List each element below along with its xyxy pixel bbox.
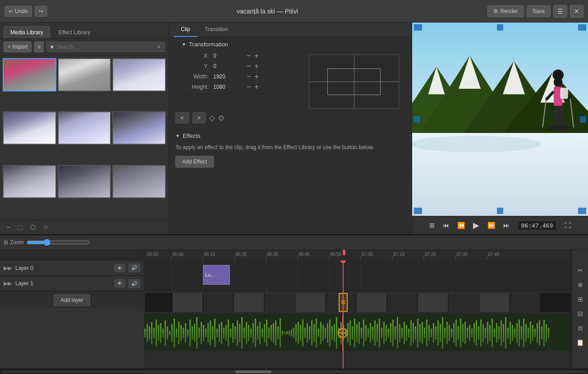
rewind-button[interactable]: ⏪ (455, 220, 467, 230)
remove-clip-button[interactable]: − (5, 223, 12, 232)
tag-button[interactable]: ⬡ (28, 223, 37, 232)
layer0-visibility-button[interactable]: 👁 (115, 264, 125, 272)
svg-rect-67 (189, 319, 191, 347)
grid-tool-button[interactable]: ⊞ (574, 293, 587, 306)
fullscreen-button[interactable]: ⛶ (562, 220, 573, 230)
import-button[interactable]: + Import (4, 41, 32, 52)
media-thumbnail[interactable] (58, 111, 111, 145)
svg-rect-139 (352, 326, 353, 340)
tab-transition[interactable]: Transition (198, 23, 235, 37)
corner-handle-bl[interactable] (414, 208, 422, 214)
close-button[interactable]: ✕ (570, 5, 583, 18)
media-thumbnail[interactable] (58, 165, 111, 198)
svg-text:07:30: 07:30 (456, 252, 468, 257)
corner-handle-br[interactable] (578, 208, 586, 214)
zoom-slider[interactable] (27, 239, 90, 246)
tab-clip[interactable]: Clip (174, 23, 198, 37)
svg-rect-150 (377, 324, 378, 342)
x-decrement-button[interactable]: − (245, 52, 253, 59)
media-thumbnail[interactable] (3, 165, 56, 198)
delete-tool-button[interactable]: ⊗ (574, 278, 587, 291)
search-input[interactable] (56, 44, 154, 50)
save-button[interactable]: Save (527, 5, 551, 17)
media-thumbnail[interactable] (112, 111, 166, 145)
svg-rect-102 (268, 328, 270, 338)
fast-forward-button[interactable]: ⏩ (485, 220, 497, 230)
width-increment-button[interactable]: + (253, 73, 260, 80)
clear-search-button[interactable]: ✕ (156, 44, 162, 50)
add-layer-button[interactable]: Add layer (54, 294, 90, 306)
grid-view-button[interactable]: ⊞ (427, 220, 437, 230)
transformation-header[interactable]: ▼ Transformation (182, 41, 298, 48)
thumbnail-image (59, 112, 110, 144)
reset-transform-button[interactable]: ⊙ (218, 114, 224, 122)
svg-rect-178 (440, 324, 441, 342)
svg-rect-155 (388, 328, 389, 338)
effects-arrow-icon: ▼ (175, 133, 180, 138)
svg-rect-107 (280, 319, 281, 347)
y-decrement-button[interactable]: − (245, 63, 253, 70)
svg-rect-59 (171, 324, 173, 342)
scroll-thumb[interactable] (235, 370, 271, 373)
add-keyframe-button[interactable]: ◇ (209, 114, 215, 122)
play-button[interactable]: ▶ (471, 219, 482, 232)
strip-thumb (510, 293, 540, 312)
list-view-button[interactable]: ≡ (34, 41, 44, 52)
timeline-clip[interactable]: Lu... (203, 265, 230, 285)
layer1-audio-button[interactable]: 🔊 (129, 279, 140, 288)
svg-rect-191 (469, 325, 470, 341)
prev-keyframe-button[interactable]: < (175, 112, 189, 123)
height-decrement-button[interactable]: − (245, 83, 253, 91)
info-button[interactable]: ☆ (41, 223, 51, 232)
media-thumbnail[interactable] (58, 58, 111, 91)
redo-button[interactable]: ↪ (35, 6, 47, 17)
effects-header[interactable]: ▼ Effects (175, 132, 405, 139)
width-decrement-button[interactable]: − (245, 73, 253, 80)
layer0-audio-button[interactable]: 🔊 (129, 264, 140, 272)
handle-top[interactable] (497, 24, 503, 31)
transform-crosshair[interactable] (309, 55, 399, 109)
scroll-track[interactable] (2, 370, 586, 373)
layer0-lock-icon: ▶▶ (4, 265, 12, 271)
media-thumbnail[interactable] (112, 165, 166, 198)
corner-handle-tr[interactable] (578, 24, 586, 31)
media-thumbnail[interactable] (112, 58, 166, 91)
svg-rect-171 (424, 328, 425, 338)
transition-marker[interactable]: ✕ (339, 293, 348, 312)
razor-tool-button[interactable]: ✂ (574, 264, 587, 277)
copy-tool-button[interactable]: ⧉ (574, 322, 587, 334)
media-thumbnail[interactable] (3, 111, 56, 145)
svg-rect-173 (428, 325, 430, 341)
zoom-icon: ⊞ (4, 239, 8, 246)
handle-right[interactable] (580, 116, 586, 123)
menu-button[interactable]: ☰ (553, 5, 567, 18)
undo-button[interactable]: ↩ Undo (5, 6, 32, 17)
svg-rect-96 (255, 319, 256, 347)
render-button[interactable]: ⚙ Render (487, 5, 524, 17)
svg-text:06:00: 06:00 (172, 252, 184, 257)
thumbnail-image (113, 166, 165, 197)
svg-rect-177 (437, 320, 439, 346)
grid-alt-tool-button[interactable]: ⊟ (574, 307, 587, 320)
next-keyframe-button[interactable]: > (193, 112, 206, 123)
layer1-video-track: ✕ (144, 290, 572, 315)
corner-handle-tl[interactable] (414, 24, 422, 31)
y-increment-button[interactable]: + (253, 63, 260, 70)
handle-bottom[interactable] (497, 208, 503, 214)
skip-to-end-button[interactable]: ⏭ (501, 220, 512, 230)
x-increment-button[interactable]: + (253, 52, 260, 59)
media-thumbnail[interactable] (3, 58, 56, 91)
add-effect-button[interactable]: Add Effect (175, 156, 214, 168)
height-increment-button[interactable]: + (253, 83, 260, 91)
skip-to-start-button[interactable]: ⏮ (441, 220, 451, 230)
add-to-timeline-button[interactable]: ⬚ (15, 223, 25, 232)
svg-rect-101 (266, 319, 267, 347)
handle-left[interactable] (414, 116, 420, 123)
layer1-visibility-button[interactable]: 👁 (115, 279, 125, 287)
tab-effect-library[interactable]: Effect Library (52, 26, 97, 38)
svg-rect-179 (442, 317, 443, 349)
svg-rect-202 (494, 328, 495, 338)
paste-tool-button[interactable]: 📋 (574, 336, 587, 349)
tab-media-library[interactable]: Media Library (4, 26, 50, 38)
svg-rect-154 (386, 325, 387, 341)
